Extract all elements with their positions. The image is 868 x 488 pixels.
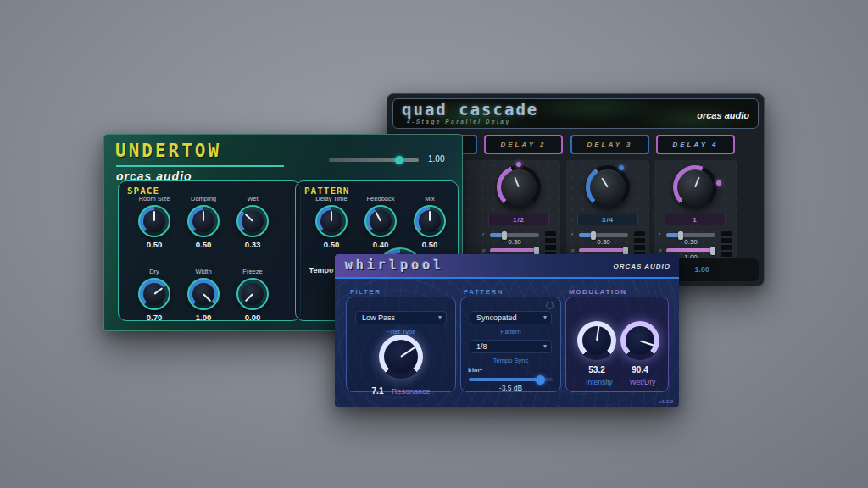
output-gain-value: 1.00 xyxy=(428,154,444,164)
tab-delay-3[interactable]: DELAY 3 xyxy=(570,135,649,154)
knob-label: Wet xyxy=(228,195,277,203)
slider-value: 0.30 xyxy=(579,238,628,246)
tempo-sync-dropdown[interactable]: 1/8 ▾ xyxy=(470,340,552,353)
knob-value: 1.00 xyxy=(179,313,228,322)
wet-knob[interactable] xyxy=(236,205,269,237)
delay-4-feedback-slider[interactable] xyxy=(666,233,715,237)
delay-3-gain-slider[interactable] xyxy=(579,248,628,252)
knob-label: Feedback xyxy=(356,195,405,203)
output-gain-slider[interactable] xyxy=(329,158,419,162)
whirlpool-title: whirlpool xyxy=(345,258,444,273)
tempo-sync-label: Tempo Sync xyxy=(461,357,560,364)
width-knob[interactable] xyxy=(187,278,220,310)
delay-4-gain-slider[interactable] xyxy=(666,248,715,252)
delay-2-time-knob[interactable] xyxy=(497,165,541,209)
knob-label: Delay Time xyxy=(307,195,356,203)
delay-3-indicator-dot xyxy=(619,165,624,170)
trim-slider[interactable] xyxy=(469,378,553,381)
quad-title: quad cascade xyxy=(402,100,538,119)
knob-needle xyxy=(429,211,431,221)
slider-handle[interactable] xyxy=(395,156,403,164)
resonance-label: Resonance xyxy=(392,387,431,396)
delay-3-time-knob[interactable] xyxy=(586,165,630,209)
trim-value: -3.5 dB xyxy=(461,384,560,392)
filter-section-label: FILTER xyxy=(350,288,381,296)
whirlpool-body: FILTER PATTERN MODULATION Low Pass ▾ Fil… xyxy=(335,279,679,407)
delay-3-division-button[interactable]: 3/4 xyxy=(577,214,638,225)
knob-value: 0.33 xyxy=(228,240,277,249)
knob-label: Damping xyxy=(179,195,228,203)
intensity-value: 53.2 xyxy=(576,365,618,374)
trim-label: trim~ xyxy=(468,367,482,373)
power-icon[interactable] xyxy=(546,302,554,309)
chevron-down-icon: ▾ xyxy=(438,313,442,321)
desktop-background: { "icons": { "caret": "▾" }, "undertow":… xyxy=(0,0,868,488)
slider-handle[interactable] xyxy=(536,375,545,385)
slider-fill xyxy=(579,248,626,252)
knob-label: Freeze xyxy=(228,268,277,276)
slider-letter: f xyxy=(659,232,660,237)
pattern-dropdown-label: Pattern xyxy=(461,328,560,336)
pattern-box: Syncopated ▾ Pattern 1/8 ▾ Tempo Sync tr… xyxy=(460,297,561,392)
chevron-down-icon: ▾ xyxy=(543,342,547,350)
slider-letter: f xyxy=(571,232,573,237)
delay-2-gain-slider[interactable] xyxy=(490,248,539,252)
delay-2-indicator-dot xyxy=(516,162,521,167)
filter-type-dropdown[interactable]: Low Pass ▾ xyxy=(355,311,447,324)
mix-knob[interactable] xyxy=(414,205,446,237)
knob-needle xyxy=(331,211,332,221)
filter-box: Low Pass ▾ Filter Type 7.1 Resonance xyxy=(346,297,456,392)
delay-4-division-button[interactable]: 1 xyxy=(665,214,726,225)
slider-fill xyxy=(490,248,537,252)
slider-letter: g xyxy=(482,247,485,252)
quad-subtitle: 4-Stage Parallel Delay xyxy=(407,119,511,125)
room-size-knob[interactable] xyxy=(138,205,170,237)
delay-time-knob[interactable] xyxy=(315,205,348,237)
delay-4-time-knob[interactable] xyxy=(673,165,717,209)
footer-value: 1.00 xyxy=(694,265,709,274)
slider-letter: g xyxy=(659,247,661,252)
undertow-title: UNDERTOW xyxy=(115,141,221,161)
knob-body xyxy=(501,169,537,205)
wet-dry-knob[interactable] xyxy=(620,321,659,360)
feedback-knob[interactable] xyxy=(364,205,397,237)
wet-dry-value: 90.4 xyxy=(619,365,661,374)
knob-value: 0.50 xyxy=(179,240,228,249)
slider-value: 0.30 xyxy=(490,238,539,246)
knob-value: 0.00 xyxy=(228,313,277,322)
knob-value: 0.50 xyxy=(405,240,454,249)
freeze-knob[interactable] xyxy=(236,278,269,310)
knob-value: 0.50 xyxy=(130,240,179,249)
knob-value: 0.50 xyxy=(307,240,356,249)
title-underline xyxy=(116,165,284,167)
knob-needle xyxy=(203,211,204,221)
delay-4-indicator-dot xyxy=(716,180,721,186)
dry-knob[interactable] xyxy=(138,278,170,310)
space-section: SPACE Room Size 0.50 Damping 0.50 Wet 0.… xyxy=(118,180,301,321)
quad-header: quad cascade 4-Stage Parallel Delay orca… xyxy=(392,98,759,129)
resonance-value: 7.1 xyxy=(372,386,384,396)
knob-needle xyxy=(153,211,155,221)
resonance-knob[interactable] xyxy=(379,335,423,379)
whirlpool-brand: ORCAS AUDIO xyxy=(613,263,670,270)
pattern-dropdown[interactable]: Syncopated ▾ xyxy=(470,311,552,324)
knob-label: Mix xyxy=(405,195,454,203)
dropdown-value: 1/8 xyxy=(476,342,487,351)
tab-delay-2[interactable]: DELAY 2 xyxy=(484,135,563,154)
delay-3-feedback-slider[interactable] xyxy=(579,233,628,237)
intensity-knob[interactable] xyxy=(577,321,616,360)
version-label: v1.0.0 xyxy=(659,399,673,404)
whirlpool-header: whirlpool ORCAS AUDIO xyxy=(335,254,679,277)
damping-knob[interactable] xyxy=(187,205,220,237)
delay-column-4: 1 f 0.30 g 1.00 xyxy=(654,160,737,260)
knob-label: Dry xyxy=(130,268,179,276)
slider-letter: g xyxy=(571,247,574,252)
intensity-label: Intensity xyxy=(576,378,623,386)
delay-column-3: 3/4 f 0.30 g 1.00 xyxy=(566,160,649,260)
delay-2-division-button[interactable]: 1/2 xyxy=(488,214,549,225)
whirlpool-window: whirlpool ORCAS AUDIO FILTER PATTERN MOD… xyxy=(335,254,679,407)
slider-letter: f xyxy=(482,232,484,237)
delay-2-feedback-slider[interactable] xyxy=(490,233,539,237)
wet-dry-label: Wet/Dry xyxy=(619,378,666,386)
tab-delay-4[interactable]: DELAY 4 xyxy=(656,135,735,154)
